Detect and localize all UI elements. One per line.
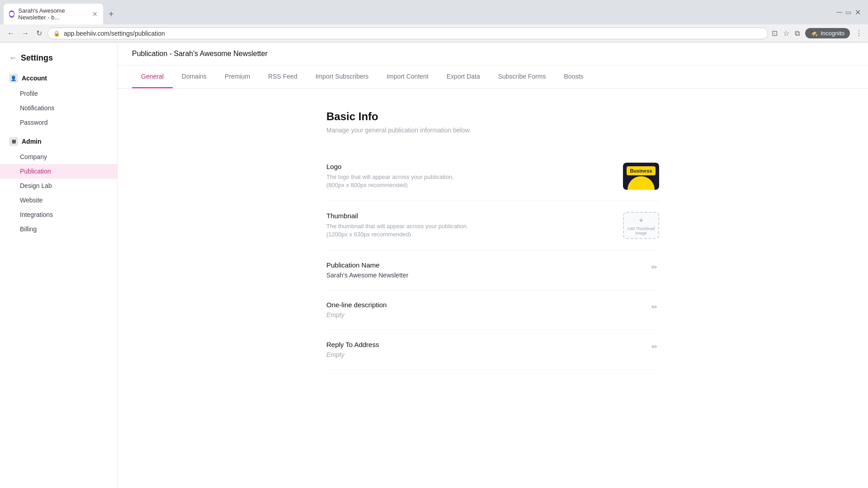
- logo-desc-2: (800px x 800px recommended): [326, 181, 623, 189]
- nav-bar: ← → ↻ 🔒 app.beehiiv.com/settings/publica…: [0, 24, 868, 42]
- account-icon: 👤: [9, 74, 18, 83]
- close-button[interactable]: ✕: [855, 8, 861, 17]
- logo-field-right: Business: [623, 163, 659, 190]
- one-line-desc-info: One-line description Empty: [326, 301, 650, 319]
- one-line-desc-value: Empty: [326, 311, 650, 319]
- account-section-header: 👤 Account: [0, 70, 117, 86]
- lock-icon: 🔒: [53, 30, 60, 37]
- general-tab-content: Basic Info Manage your general publicati…: [312, 89, 674, 391]
- admin-icon: ⊞: [9, 137, 18, 146]
- thumbnail-label: Thumbnail: [326, 212, 623, 220]
- admin-section: ⊞ Admin Company Publication Design Lab W…: [0, 133, 117, 236]
- one-line-desc-field-row: One-line description Empty ✏: [326, 290, 659, 330]
- back-arrow-icon: ←: [9, 53, 17, 63]
- sidebar-item-publication[interactable]: Publication: [0, 164, 117, 178]
- publication-name-right: ✏: [650, 261, 659, 273]
- thumbnail-field-info: Thumbnail The thumbnail that will appear…: [326, 212, 623, 239]
- publication-name-edit-button[interactable]: ✏: [650, 261, 659, 273]
- thumbnail-plus-icon: +: [639, 216, 644, 225]
- address-bar[interactable]: 🔒 app.beehiiv.com/settings/publication: [47, 28, 768, 39]
- reply-to-address-right: ✏: [650, 341, 659, 353]
- logo-semicircle: [627, 176, 655, 190]
- logo-desc-1: The logo that will appear across your pu…: [326, 173, 623, 181]
- browser-chrome: Sarah's Awesome Newsletter - b... ✕ + ─ …: [0, 0, 868, 42]
- thumbnail-desc-1: The thumbnail that will appear across yo…: [326, 222, 623, 230]
- logo-field-row: Logo The logo that will appear across yo…: [326, 152, 659, 201]
- thumbnail-placeholder-text: Add Thumbnail Image: [624, 226, 658, 235]
- sidebar-item-company[interactable]: Company: [0, 150, 117, 164]
- page-title: Publication - Sarah's Awesome Newsletter: [132, 50, 854, 58]
- tab-import-content[interactable]: Import Content: [377, 66, 438, 88]
- address-text: app.beehiiv.com/settings/publication: [64, 30, 762, 37]
- reply-to-address-info: Reply To Address Empty: [326, 341, 650, 358]
- tab-rss-feed[interactable]: RSS Feed: [259, 66, 307, 88]
- tab-favicon: [9, 10, 14, 18]
- admin-label: Admin: [22, 138, 42, 145]
- tabs-bar: General Domains Premium RSS Feed Import …: [118, 66, 868, 89]
- tab-premium[interactable]: Premium: [216, 66, 259, 88]
- one-line-desc-right: ✏: [650, 301, 659, 313]
- sidebar-back-button[interactable]: ← Settings: [0, 50, 117, 70]
- basic-info-description: Manage your general publication informat…: [326, 127, 659, 134]
- sidebar-item-password[interactable]: Password: [0, 115, 117, 130]
- sidebar-item-notifications[interactable]: Notifications: [0, 101, 117, 115]
- logo-field-info: Logo The logo that will appear across yo…: [326, 163, 623, 189]
- sidebar: ← Settings 👤 Account Profile Notificatio…: [0, 42, 118, 488]
- tab-title: Sarah's Awesome Newsletter - b...: [18, 7, 87, 21]
- account-section: 👤 Account Profile Notifications Password: [0, 70, 117, 130]
- sidebar-item-integrations[interactable]: Integrations: [0, 207, 117, 222]
- reply-to-address-label: Reply To Address: [326, 341, 650, 348]
- menu-icon[interactable]: ⋮: [855, 29, 863, 38]
- thumbnail-field-right: + Add Thumbnail Image: [623, 212, 659, 239]
- tab-subscribe-forms[interactable]: Subscribe Forms: [489, 66, 555, 88]
- reply-to-address-edit-button[interactable]: ✏: [650, 341, 659, 353]
- incognito-icon: 🕵: [811, 30, 818, 37]
- incognito-label: Incognito: [821, 30, 844, 37]
- logo-label: Logo: [326, 163, 623, 170]
- sidebar-item-website[interactable]: Website: [0, 193, 117, 207]
- minimize-button[interactable]: ─: [837, 8, 842, 16]
- publication-name-value: Sarah's Awesome Newsletter: [326, 272, 650, 279]
- basic-info-title: Basic Info: [326, 110, 659, 123]
- tab-boosts[interactable]: Boosts: [555, 66, 593, 88]
- admin-section-header: ⊞ Admin: [0, 133, 117, 150]
- tab-domains[interactable]: Domains: [173, 66, 216, 88]
- new-tab-button[interactable]: +: [105, 7, 118, 21]
- thumbnail-desc-2: (1200px x 630px recommended): [326, 230, 623, 239]
- publication-name-info: Publication Name Sarah's Awesome Newslet…: [326, 261, 650, 279]
- publication-name-field-row: Publication Name Sarah's Awesome Newslet…: [326, 250, 659, 290]
- nav-icons: ⊡ ☆ ⧉ 🕵 Incognito ⋮: [772, 28, 863, 38]
- cast-icon[interactable]: ⊡: [772, 29, 778, 38]
- maximize-button[interactable]: ▭: [845, 9, 851, 16]
- one-line-desc-edit-button[interactable]: ✏: [650, 301, 659, 313]
- sidebar-item-profile[interactable]: Profile: [0, 86, 117, 101]
- tab-close-button[interactable]: ✕: [92, 10, 98, 18]
- back-button[interactable]: ←: [5, 28, 16, 39]
- one-line-desc-label: One-line description: [326, 301, 650, 309]
- tab-general[interactable]: General: [132, 66, 173, 88]
- reload-button[interactable]: ↻: [34, 27, 44, 39]
- thumbnail-upload-button[interactable]: + Add Thumbnail Image: [623, 212, 659, 239]
- incognito-button[interactable]: 🕵 Incognito: [805, 28, 850, 38]
- publication-name-label: Publication Name: [326, 261, 650, 269]
- logo-image[interactable]: Business: [623, 163, 659, 190]
- tab-export-data[interactable]: Export Data: [438, 66, 489, 88]
- reply-to-address-field-row: Reply To Address Empty ✏: [326, 330, 659, 370]
- main-content: Publication - Sarah's Awesome Newsletter…: [118, 42, 868, 488]
- extensions-icon[interactable]: ⧉: [795, 29, 800, 38]
- browser-tab[interactable]: Sarah's Awesome Newsletter - b... ✕: [4, 4, 103, 24]
- reply-to-address-value: Empty: [326, 351, 650, 358]
- page-header: Publication - Sarah's Awesome Newsletter: [118, 42, 868, 66]
- logo-business-text: Business: [627, 166, 656, 175]
- star-icon[interactable]: ☆: [783, 29, 789, 38]
- tab-import-subscribers[interactable]: Import Subscribers: [307, 66, 377, 88]
- sidebar-item-billing[interactable]: Billing: [0, 222, 117, 236]
- tab-bar: Sarah's Awesome Newsletter - b... ✕ + ─ …: [0, 0, 868, 24]
- sidebar-item-design-lab[interactable]: Design Lab: [0, 178, 117, 193]
- sidebar-title: Settings: [21, 53, 53, 63]
- thumbnail-field-row: Thumbnail The thumbnail that will appear…: [326, 201, 659, 250]
- forward-button[interactable]: →: [20, 28, 31, 39]
- account-label: Account: [22, 75, 47, 82]
- app: ← Settings 👤 Account Profile Notificatio…: [0, 42, 868, 488]
